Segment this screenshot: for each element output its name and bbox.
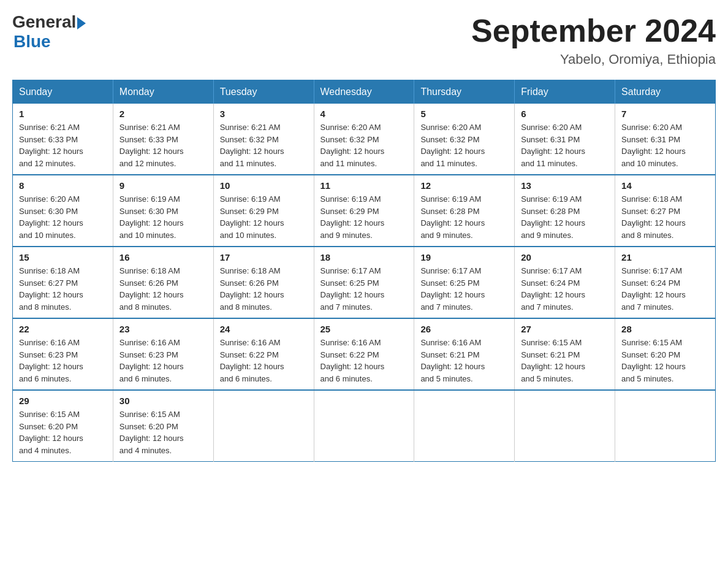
calendar-cell: 18 Sunrise: 6:17 AM Sunset: 6:25 PM Dayl… [314, 247, 414, 318]
day-number: 16 [119, 252, 207, 262]
day-number: 28 [621, 324, 709, 334]
day-number: 1 [19, 109, 107, 119]
day-number: 11 [320, 180, 408, 191]
day-info: Sunrise: 6:19 AM Sunset: 6:28 PM Dayligh… [420, 193, 508, 241]
day-number: 2 [119, 109, 207, 119]
weekday-header-thursday: Thursday [414, 80, 515, 104]
day-info: Sunrise: 6:15 AM Sunset: 6:20 PM Dayligh… [621, 337, 709, 385]
calendar-cell [515, 390, 615, 462]
day-number: 4 [320, 109, 408, 119]
calendar-week-row: 29 Sunrise: 6:15 AM Sunset: 6:20 PM Dayl… [13, 390, 716, 462]
day-info: Sunrise: 6:15 AM Sunset: 6:20 PM Dayligh… [119, 408, 207, 456]
day-info: Sunrise: 6:19 AM Sunset: 6:30 PM Dayligh… [119, 193, 207, 241]
day-info: Sunrise: 6:20 AM Sunset: 6:30 PM Dayligh… [19, 193, 107, 241]
calendar-week-row: 22 Sunrise: 6:16 AM Sunset: 6:23 PM Dayl… [13, 318, 716, 390]
day-info: Sunrise: 6:19 AM Sunset: 6:29 PM Dayligh… [320, 193, 408, 241]
calendar-cell: 25 Sunrise: 6:16 AM Sunset: 6:22 PM Dayl… [314, 318, 414, 390]
calendar-cell: 4 Sunrise: 6:20 AM Sunset: 6:32 PM Dayli… [314, 104, 414, 175]
calendar-cell: 26 Sunrise: 6:16 AM Sunset: 6:21 PM Dayl… [414, 318, 515, 390]
day-number: 6 [521, 109, 609, 119]
calendar-cell [314, 390, 414, 462]
day-number: 23 [119, 324, 207, 334]
day-info: Sunrise: 6:19 AM Sunset: 6:29 PM Dayligh… [220, 193, 308, 241]
day-number: 24 [220, 324, 308, 334]
day-number: 10 [220, 180, 308, 191]
day-info: Sunrise: 6:20 AM Sunset: 6:31 PM Dayligh… [521, 121, 609, 169]
day-number: 30 [119, 396, 207, 406]
day-number: 15 [19, 252, 107, 262]
calendar-subtitle: Yabelo, Oromiya, Ethiopia [471, 52, 716, 67]
logo-blue: Blue [13, 32, 51, 52]
calendar-cell: 12 Sunrise: 6:19 AM Sunset: 6:28 PM Dayl… [414, 175, 515, 247]
calendar-cell: 19 Sunrise: 6:17 AM Sunset: 6:25 PM Dayl… [414, 247, 515, 318]
day-number: 26 [420, 324, 508, 334]
day-number: 17 [220, 252, 308, 262]
day-info: Sunrise: 6:18 AM Sunset: 6:26 PM Dayligh… [220, 265, 308, 313]
calendar-cell: 27 Sunrise: 6:15 AM Sunset: 6:21 PM Dayl… [515, 318, 615, 390]
calendar-cell: 10 Sunrise: 6:19 AM Sunset: 6:29 PM Dayl… [213, 175, 314, 247]
calendar-cell: 21 Sunrise: 6:17 AM Sunset: 6:24 PM Dayl… [615, 247, 716, 318]
weekday-header-monday: Monday [113, 80, 213, 104]
calendar-week-row: 8 Sunrise: 6:20 AM Sunset: 6:30 PM Dayli… [13, 175, 716, 247]
calendar-cell: 2 Sunrise: 6:21 AM Sunset: 6:33 PM Dayli… [113, 104, 213, 175]
day-info: Sunrise: 6:21 AM Sunset: 6:33 PM Dayligh… [19, 121, 107, 169]
calendar-week-row: 1 Sunrise: 6:21 AM Sunset: 6:33 PM Dayli… [13, 104, 716, 175]
day-number: 3 [220, 109, 308, 119]
calendar-cell [213, 390, 314, 462]
calendar-week-row: 15 Sunrise: 6:18 AM Sunset: 6:27 PM Dayl… [13, 247, 716, 318]
calendar-cell: 11 Sunrise: 6:19 AM Sunset: 6:29 PM Dayl… [314, 175, 414, 247]
day-number: 20 [521, 252, 609, 262]
calendar-cell: 3 Sunrise: 6:21 AM Sunset: 6:32 PM Dayli… [213, 104, 314, 175]
day-info: Sunrise: 6:18 AM Sunset: 6:26 PM Dayligh… [119, 265, 207, 313]
day-number: 5 [420, 109, 508, 119]
day-info: Sunrise: 6:16 AM Sunset: 6:23 PM Dayligh… [19, 337, 107, 385]
title-section: September 2024 Yabelo, Oromiya, Ethiopia [471, 12, 716, 67]
calendar-cell: 5 Sunrise: 6:20 AM Sunset: 6:32 PM Dayli… [414, 104, 515, 175]
day-info: Sunrise: 6:16 AM Sunset: 6:21 PM Dayligh… [420, 337, 508, 385]
day-number: 14 [621, 180, 709, 191]
calendar-cell: 23 Sunrise: 6:16 AM Sunset: 6:23 PM Dayl… [113, 318, 213, 390]
calendar-cell: 20 Sunrise: 6:17 AM Sunset: 6:24 PM Dayl… [515, 247, 615, 318]
calendar-cell: 6 Sunrise: 6:20 AM Sunset: 6:31 PM Dayli… [515, 104, 615, 175]
weekday-header-saturday: Saturday [615, 80, 716, 104]
day-number: 25 [320, 324, 408, 334]
day-info: Sunrise: 6:17 AM Sunset: 6:25 PM Dayligh… [420, 265, 508, 313]
day-info: Sunrise: 6:15 AM Sunset: 6:21 PM Dayligh… [521, 337, 609, 385]
calendar-cell [414, 390, 515, 462]
page-header: General Blue September 2024 Yabelo, Orom… [12, 12, 716, 67]
calendar-cell: 13 Sunrise: 6:19 AM Sunset: 6:28 PM Dayl… [515, 175, 615, 247]
day-info: Sunrise: 6:18 AM Sunset: 6:27 PM Dayligh… [19, 265, 107, 313]
day-number: 27 [521, 324, 609, 334]
day-number: 29 [19, 396, 107, 406]
calendar-cell: 8 Sunrise: 6:20 AM Sunset: 6:30 PM Dayli… [13, 175, 113, 247]
calendar-cell: 14 Sunrise: 6:18 AM Sunset: 6:27 PM Dayl… [615, 175, 716, 247]
calendar-cell: 16 Sunrise: 6:18 AM Sunset: 6:26 PM Dayl… [113, 247, 213, 318]
day-info: Sunrise: 6:17 AM Sunset: 6:24 PM Dayligh… [621, 265, 709, 313]
day-info: Sunrise: 6:19 AM Sunset: 6:28 PM Dayligh… [521, 193, 609, 241]
day-number: 13 [521, 180, 609, 191]
day-info: Sunrise: 6:21 AM Sunset: 6:33 PM Dayligh… [119, 121, 207, 169]
day-number: 7 [621, 109, 709, 119]
day-number: 19 [420, 252, 508, 262]
day-info: Sunrise: 6:17 AM Sunset: 6:25 PM Dayligh… [320, 265, 408, 313]
day-info: Sunrise: 6:18 AM Sunset: 6:27 PM Dayligh… [621, 193, 709, 241]
day-number: 22 [19, 324, 107, 334]
logo-arrow-icon [77, 17, 86, 29]
calendar-cell: 24 Sunrise: 6:16 AM Sunset: 6:22 PM Dayl… [213, 318, 314, 390]
calendar-cell: 22 Sunrise: 6:16 AM Sunset: 6:23 PM Dayl… [13, 318, 113, 390]
calendar-cell: 30 Sunrise: 6:15 AM Sunset: 6:20 PM Dayl… [113, 390, 213, 462]
day-info: Sunrise: 6:21 AM Sunset: 6:32 PM Dayligh… [220, 121, 308, 169]
calendar-cell: 7 Sunrise: 6:20 AM Sunset: 6:31 PM Dayli… [615, 104, 716, 175]
calendar-cell: 15 Sunrise: 6:18 AM Sunset: 6:27 PM Dayl… [13, 247, 113, 318]
day-info: Sunrise: 6:16 AM Sunset: 6:23 PM Dayligh… [119, 337, 207, 385]
calendar-table: SundayMondayTuesdayWednesdayThursdayFrid… [12, 80, 716, 462]
logo: General Blue [12, 12, 86, 52]
weekday-header-tuesday: Tuesday [213, 80, 314, 104]
day-number: 21 [621, 252, 709, 262]
day-info: Sunrise: 6:17 AM Sunset: 6:24 PM Dayligh… [521, 265, 609, 313]
weekday-header-sunday: Sunday [13, 80, 113, 104]
day-number: 12 [420, 180, 508, 191]
logo-general: General [12, 12, 76, 32]
calendar-cell [615, 390, 716, 462]
weekday-header-friday: Friday [515, 80, 615, 104]
